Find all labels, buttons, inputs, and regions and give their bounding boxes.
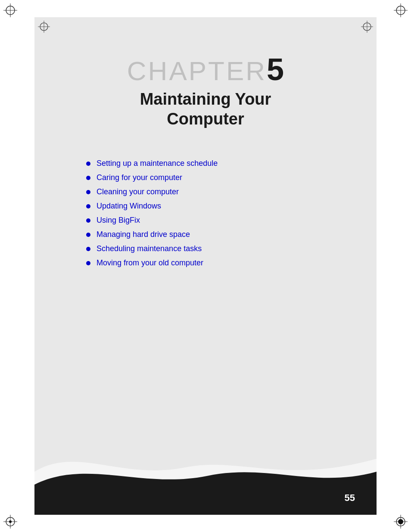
bullet-icon [86, 190, 90, 194]
wave-svg [34, 437, 377, 515]
list-item: Setting up a maintenance schedule [86, 159, 218, 168]
bullet-icon [86, 233, 90, 237]
chapter-heading: CHAPTER5 Maintaining Your Computer [127, 52, 284, 129]
bullet-icon [86, 162, 90, 166]
toc-link-4[interactable]: Updating Windows [97, 202, 161, 211]
toc-link-1[interactable]: Setting up a maintenance schedule [97, 159, 218, 168]
list-item: Cleaning your computer [86, 187, 218, 196]
chapter-word: CHAPTER [127, 56, 267, 86]
toc-link-7[interactable]: Scheduling maintenance tasks [97, 244, 202, 253]
toc-link-6[interactable]: Managing hard drive space [97, 230, 190, 239]
outer-corner-br [394, 515, 408, 529]
svg-point-9 [9, 520, 12, 523]
bullet-icon [86, 176, 90, 180]
outer-corner-bl [3, 515, 17, 529]
outer-corner-tr [394, 3, 408, 17]
toc-link-5[interactable]: Using BigFix [97, 216, 140, 225]
toc-link-2[interactable]: Caring for your computer [97, 173, 182, 182]
list-item: Using BigFix [86, 216, 218, 225]
page-area: CHAPTER5 Maintaining Your Computer Setti… [34, 17, 377, 515]
svg-point-13 [398, 519, 403, 524]
toc-link-3[interactable]: Cleaning your computer [97, 187, 179, 196]
page-number: 55 [336, 489, 364, 507]
bullet-icon [86, 204, 90, 208]
bullet-icon [86, 218, 90, 223]
bullet-icon [86, 247, 90, 251]
list-item: Caring for your computer [86, 173, 218, 182]
wave-footer: 55 [34, 437, 377, 515]
chapter-title-line: CHAPTER5 [127, 52, 284, 87]
chapter-number: 5 [267, 52, 284, 87]
list-item: Scheduling maintenance tasks [86, 244, 218, 253]
page-content: CHAPTER5 Maintaining Your Computer Setti… [34, 17, 377, 437]
list-item: Managing hard drive space [86, 230, 218, 239]
bullet-icon [86, 261, 90, 265]
chapter-title: Maintaining Your Computer [127, 90, 284, 129]
list-item: Moving from your old computer [86, 258, 218, 268]
outer-corner-tl [3, 3, 17, 17]
list-item: Updating Windows [86, 202, 218, 211]
toc-link-8[interactable]: Moving from your old computer [97, 258, 203, 268]
toc-list: Setting up a maintenance schedule Caring… [60, 159, 218, 273]
